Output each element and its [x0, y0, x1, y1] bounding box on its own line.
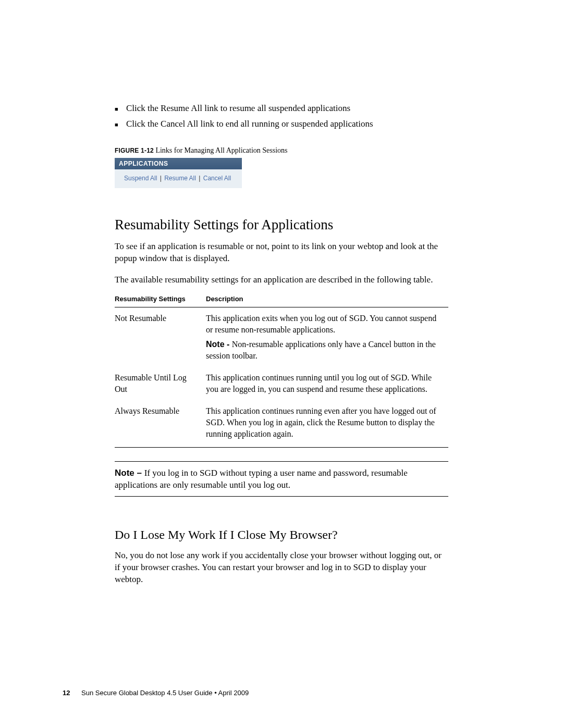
table-header: Resumability Settings — [115, 295, 206, 307]
table-cell: Not Resumable — [115, 307, 206, 367]
table-cell-text: This application exits when you log out … — [206, 313, 443, 336]
note-label: Note – — [115, 468, 144, 478]
table-header: Description — [206, 295, 448, 307]
applet-header: APPLICATIONS — [115, 158, 242, 169]
table-cell: This application continues running even … — [206, 400, 448, 448]
page-footer: 12 Sun Secure Global Desktop 4.5 User Gu… — [63, 689, 249, 697]
body-paragraph: To see if an application is resumable or… — [115, 240, 448, 264]
resumability-settings-table: Resumability Settings Description Not Re… — [115, 295, 448, 448]
table-cell: This application exits when you log out … — [206, 307, 448, 367]
figure-label: FIGURE 1-12 — [115, 147, 154, 154]
page-number: 12 — [63, 689, 70, 697]
document-page: Click the Resume All link to resume all … — [0, 0, 563, 728]
suspend-all-link[interactable]: Suspend All — [124, 175, 157, 182]
cancel-all-link[interactable]: Cancel All — [203, 175, 231, 182]
table-cell: This application continues running until… — [206, 367, 448, 400]
table-row: Always Resumable This application contin… — [115, 400, 448, 448]
figure-caption-text: Links for Managing All Application Sessi… — [155, 146, 287, 154]
bullet-item: Click the Resume All link to resume all … — [115, 102, 448, 115]
table-row: Resumable Until Log Out This application… — [115, 367, 448, 400]
link-separator: | — [199, 175, 200, 182]
note-box: Note – If you log in to SGD without typi… — [115, 461, 448, 497]
applications-applet: APPLICATIONS Suspend All | Resume All | … — [115, 158, 242, 188]
section-heading-resumability: Resumability Settings for Applications — [115, 217, 448, 233]
figure-caption: FIGURE 1-12 Links for Managing All Appli… — [115, 146, 448, 155]
footer-text: Sun Secure Global Desktop 4.5 User Guide… — [81, 689, 249, 697]
resume-all-link[interactable]: Resume All — [164, 175, 196, 182]
section-heading-browser: Do I Lose My Work If I Close My Browser? — [115, 528, 448, 542]
body-paragraph: No, you do not lose any work if you acci… — [115, 549, 448, 585]
note-inline-label: Note - — [206, 340, 232, 349]
note-text: If you log in to SGD without typing a us… — [115, 468, 408, 490]
bullet-item: Click the Cancel All link to end all run… — [115, 117, 448, 131]
table-cell: Resumable Until Log Out — [115, 367, 206, 400]
note-inline-text: Non-resumable applications only have a C… — [206, 340, 436, 360]
table-cell: Always Resumable — [115, 400, 206, 448]
bullet-list: Click the Resume All link to resume all … — [115, 102, 448, 131]
applet-links-row: Suspend All | Resume All | Cancel All — [115, 169, 242, 188]
table-row: Not Resumable This application exits whe… — [115, 307, 448, 367]
link-separator: | — [160, 175, 162, 182]
body-paragraph: The available resumability settings for … — [115, 274, 448, 286]
